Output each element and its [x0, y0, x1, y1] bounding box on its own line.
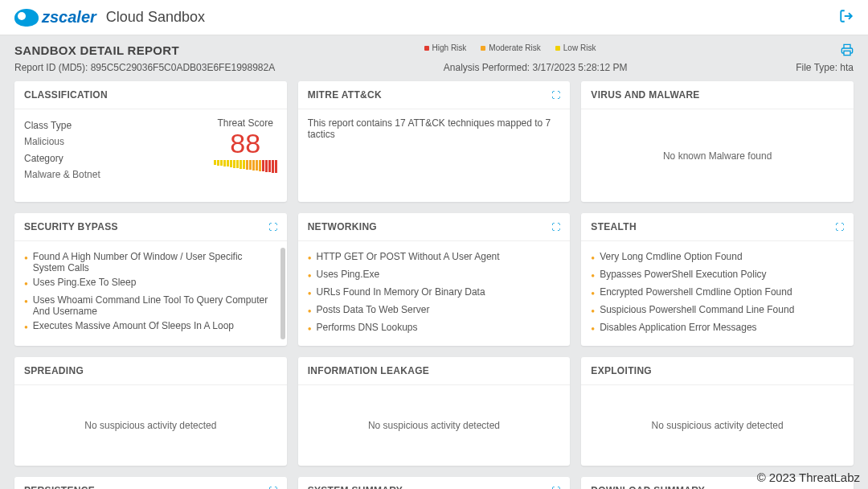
card-title: DOWNLOAD SUMMARY	[591, 485, 705, 489]
card-networking: NETWORKING ⛶ HTTP GET Or POST Without A …	[298, 213, 571, 346]
expand-icon[interactable]: ⛶	[835, 222, 844, 232]
card-mitre: MITRE ATT&CK ⛶ This report contains 17 A…	[298, 81, 571, 202]
card-title: EXPLOITING	[591, 365, 652, 376]
card-title: NETWORKING	[308, 221, 377, 232]
card-spreading: SPREADING No suspicious activity detecte…	[14, 357, 287, 466]
exploiting-status: No suspicious activity detected	[652, 420, 784, 431]
card-title: MITRE ATT&CK	[308, 89, 382, 101]
list-item: Posts Data To Web Server	[308, 302, 561, 320]
app-title: Cloud Sandbox	[106, 9, 205, 26]
brand-logo: zscaler	[14, 8, 96, 27]
card-title: STEALTH	[591, 221, 637, 232]
category-value: Malware & Botnet	[24, 166, 100, 183]
card-title: PERSISTENCE	[24, 485, 95, 489]
print-icon[interactable]	[841, 43, 854, 59]
spreading-status: No suspicious activity detected	[84, 420, 216, 431]
networking-list: HTTP GET Or POST Without A User AgentUse…	[308, 249, 561, 338]
svg-rect-1	[844, 51, 850, 55]
list-item: Contains Medium Sleeps (>= 30s)	[24, 336, 277, 338]
list-item: Disables Application Error Messages	[591, 320, 844, 338]
file-type: File Type: hta	[796, 62, 854, 73]
category-label: Category	[24, 150, 100, 166]
card-virus: VIRUS AND MALWARE No known Malware found	[581, 81, 854, 202]
list-item: Encrypted Powershell Cmdline Option Foun…	[591, 285, 844, 302]
list-item: HTTP GET Or POST Without A User Agent	[308, 249, 561, 267]
card-classification: CLASSIFICATION Class Type Malicious Cate…	[14, 81, 287, 202]
card-system-summary: SYSTEM SUMMARY ⛶ Uses An In-Process (OLE…	[298, 477, 571, 489]
threat-score-label: Threat Score	[214, 117, 277, 129]
threat-score-gauge	[214, 160, 277, 173]
threat-score-value: 88	[214, 129, 277, 158]
analysis-performed: Analysis Performed: 3/17/2023 5:28:12 PM	[444, 62, 628, 73]
low-risk-icon	[555, 46, 560, 51]
card-title: SYSTEM SUMMARY	[308, 485, 403, 489]
card-title: CLASSIFICATION	[24, 89, 108, 101]
mitre-summary: This report contains 17 ATT&CK technique…	[308, 117, 551, 140]
list-item: URLs Found In Memory Or Binary Data	[308, 285, 561, 302]
card-title: VIRUS AND MALWARE	[591, 89, 699, 101]
expand-icon[interactable]: ⛶	[551, 486, 560, 489]
high-risk-icon	[424, 46, 429, 51]
cloud-icon	[14, 9, 39, 27]
report-id: Report ID (MD5): 895C5C29036F5C0ADB03E6F…	[14, 62, 275, 73]
list-item: Uses Ping.Exe	[308, 267, 561, 285]
stealth-list: Very Long Cmdline Option FoundBypasses P…	[591, 249, 844, 338]
scrollbar[interactable]	[280, 248, 285, 339]
card-information-leakage: INFORMATION LEAKAGE No suspicious activi…	[298, 357, 571, 466]
card-security-bypass: SECURITY BYPASS ⛶ Found A High Number Of…	[14, 213, 287, 346]
moderate-risk-icon	[481, 46, 485, 51]
logout-icon[interactable]	[839, 9, 854, 26]
expand-icon[interactable]: ⛶	[551, 90, 560, 100]
list-item: Uses Ping.Exe To Sleep	[24, 275, 277, 293]
card-exploiting: EXPLOITING No suspicious activity detect…	[581, 357, 854, 466]
security-list: Found A High Number Of Window / User Spe…	[24, 249, 277, 338]
expand-icon[interactable]: ⛶	[551, 222, 560, 232]
list-item: Uses Whoami Command Line Tool To Query C…	[24, 293, 277, 318]
leakage-status: No suspicious activity detected	[368, 420, 500, 431]
card-title: INFORMATION LEAKAGE	[308, 365, 429, 376]
card-title: SECURITY BYPASS	[24, 221, 118, 232]
list-item: Found A High Number Of Window / User Spe…	[24, 249, 277, 275]
virus-status: No known Malware found	[663, 150, 772, 162]
card-title: SPREADING	[24, 365, 84, 376]
list-item: Very Long Cmdline Option Found	[591, 249, 844, 267]
card-stealth: STEALTH ⛶ Very Long Cmdline Option Found…	[581, 213, 854, 346]
list-item: Suspicious Powershell Command Line Found	[591, 302, 844, 320]
expand-icon[interactable]: ⛶	[268, 222, 277, 232]
brand-name: zscaler	[42, 8, 96, 27]
expand-icon[interactable]: ⛶	[268, 486, 277, 489]
list-item: Executes Massive Amount Of Sleeps In A L…	[24, 318, 277, 336]
risk-legend: High Risk Moderate Risk Low Risk	[424, 43, 596, 52]
footer-credit: © 2023 ThreatLabz	[757, 471, 860, 484]
page-title: SANDBOX DETAIL REPORT	[14, 43, 179, 57]
class-type-label: Class Type	[24, 117, 100, 134]
list-item: Bypasses PowerShell Execution Policy	[591, 267, 844, 285]
card-persistence: PERSISTENCE ⛶ Uses Reg.Exe To Modify The…	[14, 477, 287, 489]
list-item: Performs DNS Lookups	[308, 320, 561, 338]
class-type-value: Malicious	[24, 134, 100, 150]
topbar: zscaler Cloud Sandbox	[0, 0, 868, 35]
